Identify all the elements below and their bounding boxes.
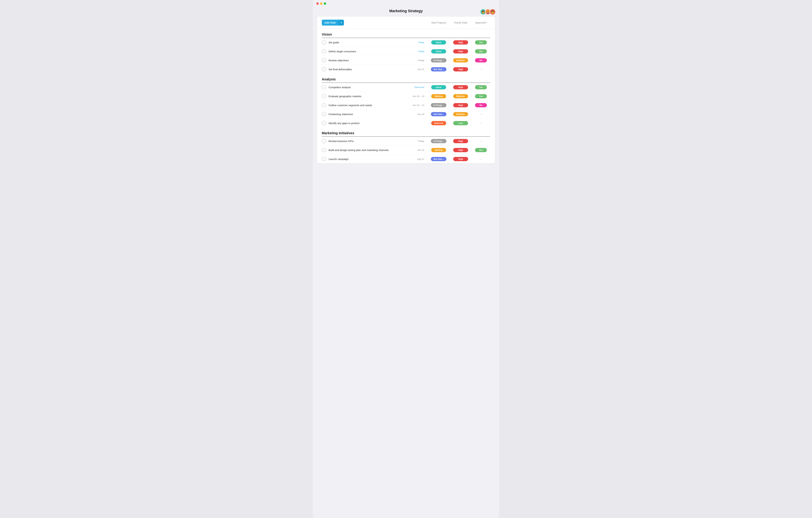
check-icon[interactable]: ✓ xyxy=(322,121,326,125)
section-vision: Vision✓Set goalsTodayDoneHighYes✓Define … xyxy=(317,29,495,74)
task-date: Aug 12 xyxy=(409,158,424,160)
task-date: Jun 19 xyxy=(409,113,424,115)
task-row[interactable]: ✓Positioning statementJun 19Not Star...M… xyxy=(322,110,490,119)
task-row[interactable]: ✓Set final deliverablesJun 21Not Star...… xyxy=(322,65,490,74)
task-cells: Not Star...Medium— xyxy=(428,112,490,116)
cell-priority: Medium xyxy=(450,112,472,116)
approved-badge[interactable]: No xyxy=(475,58,487,62)
cell-progress: Not Star... xyxy=(428,157,450,161)
approved-badge[interactable]: No xyxy=(475,103,487,107)
task-row[interactable]: ✓Competitor analysisTomorrowDoneHighYes xyxy=(322,83,490,92)
priority-badge[interactable]: High xyxy=(453,139,468,143)
add-task-button[interactable]: Add Task ▼ xyxy=(322,20,344,26)
progress-badge[interactable]: Deferred xyxy=(431,121,446,125)
check-icon[interactable]: ✓ xyxy=(322,139,326,143)
task-row[interactable]: ✓Set goalsTodayDoneHighYes xyxy=(322,38,490,47)
progress-badge[interactable]: Not Star... xyxy=(431,157,446,161)
cell-priority: High xyxy=(450,139,472,143)
progress-badge[interactable]: In Progr... xyxy=(431,103,446,107)
close-button[interactable] xyxy=(316,2,319,5)
cell-progress: Done xyxy=(428,49,450,54)
task-name: Evaluate geographic markets xyxy=(328,95,409,98)
cell-approved: Yes xyxy=(472,94,490,98)
cell-priority: High xyxy=(450,157,472,161)
progress-badge[interactable]: In Progr... xyxy=(431,58,446,62)
check-icon[interactable]: ✓ xyxy=(322,85,326,89)
cell-approved: Yes xyxy=(472,40,490,45)
cell-priority: Medium xyxy=(450,58,472,62)
progress-badge[interactable]: Done xyxy=(431,49,446,54)
priority-badge[interactable]: High xyxy=(453,103,468,107)
page-title: Marketing Strategy xyxy=(389,9,423,13)
priority-badge[interactable]: Low xyxy=(453,121,468,125)
progress-badge[interactable]: Not Star... xyxy=(431,67,446,72)
cell-approved: — xyxy=(472,113,490,116)
progress-badge[interactable]: Not Star... xyxy=(431,112,446,116)
minimize-button[interactable] xyxy=(320,2,322,5)
chevron-down-icon[interactable]: ▼ xyxy=(338,20,344,25)
task-cells: DoneHighYes xyxy=(428,40,490,45)
task-name: Outline customer segments and needs xyxy=(328,104,409,107)
priority-badge[interactable]: High xyxy=(453,85,468,89)
priority-badge[interactable]: Medium xyxy=(453,112,468,116)
cell-priority: High xyxy=(450,85,472,89)
task-name: Positioning statement xyxy=(328,113,409,116)
priority-badge[interactable]: High xyxy=(453,67,468,72)
col-header-progress: Task Progress xyxy=(428,21,450,24)
check-icon[interactable]: ✓ xyxy=(322,148,326,152)
progress-badge[interactable]: Waiting xyxy=(431,148,446,152)
check-icon[interactable]: ✓ xyxy=(322,67,326,72)
task-cells: WaitingHighYes xyxy=(428,148,490,152)
task-row[interactable]: ✓Evaluate geographic marketsJun 10 – 14W… xyxy=(322,92,490,101)
progress-badge[interactable]: Done xyxy=(431,40,446,45)
progress-badge[interactable]: Waiting xyxy=(431,94,446,98)
check-icon[interactable]: ✓ xyxy=(322,112,326,116)
fullscreen-button[interactable] xyxy=(324,2,326,5)
check-icon[interactable]: ✓ xyxy=(322,40,326,45)
priority-badge[interactable]: High xyxy=(453,157,468,161)
task-cells: In Progr...High— xyxy=(428,139,490,143)
priority-badge[interactable]: High xyxy=(453,40,468,45)
approved-badge[interactable]: Yes xyxy=(475,40,487,45)
cell-priority: High xyxy=(450,148,472,152)
task-row[interactable]: ✓Review objectivesFridayIn Progr...Mediu… xyxy=(322,56,490,65)
task-name: Define target consumers xyxy=(328,50,409,53)
add-task-label: Add Task xyxy=(322,20,338,26)
task-name: Identify any gaps in product xyxy=(328,122,409,125)
progress-badge[interactable]: In Progr... xyxy=(431,139,446,143)
approved-badge[interactable]: Yes xyxy=(475,85,487,89)
progress-badge[interactable]: Done xyxy=(431,85,446,89)
check-icon[interactable]: ✓ xyxy=(322,58,326,62)
approved-badge[interactable]: Yes xyxy=(475,94,487,98)
approved-badge[interactable]: Yes xyxy=(475,49,487,54)
cell-approved: Yes xyxy=(472,148,490,152)
task-row[interactable]: ✓Launch campaignAug 12Not Star...High— xyxy=(322,155,490,163)
col-header-priority: Priority Rank xyxy=(450,21,472,24)
priority-badge[interactable]: High xyxy=(453,148,468,152)
app-window: Marketing Strategy 👩 👩‍🦰 👨 Add Task ▼ Ta… xyxy=(313,0,499,518)
cell-progress: Waiting xyxy=(428,94,450,98)
cell-progress: Done xyxy=(428,85,450,89)
cell-approved: Yes xyxy=(472,49,490,54)
task-row[interactable]: ✓Build and design testing plan and marke… xyxy=(322,145,490,155)
priority-badge[interactable]: Medium xyxy=(453,58,468,62)
task-cells: DoneHighYes xyxy=(428,49,490,54)
cell-approved: — xyxy=(472,139,490,142)
priority-badge[interactable]: High xyxy=(453,49,468,54)
check-icon[interactable]: ✓ xyxy=(322,94,326,98)
check-icon[interactable]: ✓ xyxy=(322,103,326,107)
cell-progress: Deferred xyxy=(428,121,450,125)
approved-badge[interactable]: Yes xyxy=(475,148,487,152)
col-header-approved: Approved? xyxy=(472,21,490,24)
task-row[interactable]: ✓Review business KPIsFridayIn Progr...Hi… xyxy=(322,137,490,145)
task-row[interactable]: ✓Outline customer segments and needsJun … xyxy=(322,101,490,110)
page-title-bar: Marketing Strategy 👩 👩‍🦰 👨 xyxy=(313,7,499,17)
cell-approved: — xyxy=(472,121,490,125)
check-icon[interactable]: ✓ xyxy=(322,49,326,54)
task-name: Build and design testing plan and market… xyxy=(328,148,409,152)
check-icon[interactable]: ✓ xyxy=(322,157,326,161)
task-row[interactable]: ✓Define target consumersTodayDoneHighYes xyxy=(322,47,490,56)
priority-badge[interactable]: Medium xyxy=(453,94,468,98)
task-row[interactable]: ✓Identify any gaps in productDeferredLow… xyxy=(322,119,490,128)
cell-priority: High xyxy=(450,49,472,54)
